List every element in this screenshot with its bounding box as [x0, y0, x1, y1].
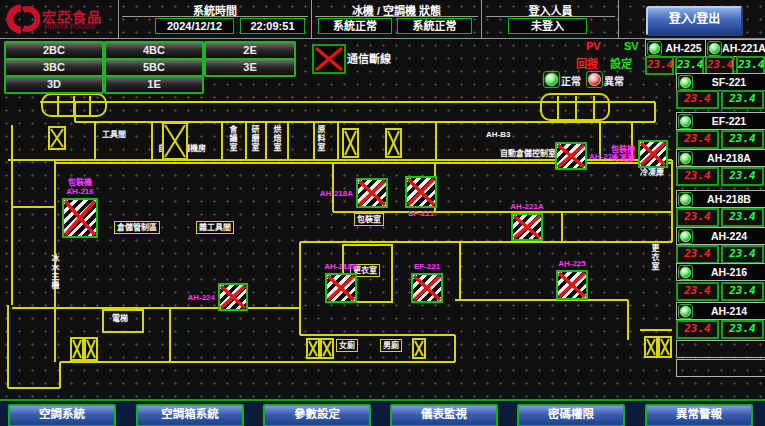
equipment-row-AH-218B[interactable]: AH-218B [676, 190, 765, 208]
plan-device-包裝機-AH-216[interactable] [62, 198, 98, 238]
stair-x-marker [48, 126, 66, 150]
system-time-value: 22:09:51 [240, 18, 305, 34]
footer-button-空調箱系統[interactable]: 空調箱系統 [136, 404, 244, 426]
room-label: 研磨室 [250, 125, 259, 152]
plan-device-包裝機-冷凍庫[interactable] [638, 140, 668, 168]
plan-device-label: AH-221A [503, 202, 551, 211]
status-led-icon [678, 75, 693, 90]
plan-device-AH-214[interactable] [555, 142, 587, 170]
chiller-ahu-status-label: 冰機 / 空調機 狀態 [315, 2, 478, 18]
header-bar: 宏亞食品 HUNYA FOODS 系統時間 2024/12/12 22:09:5… [0, 0, 765, 38]
plan-device-label: EF-221 [403, 262, 451, 271]
stair-x-marker [162, 122, 188, 160]
room-label: 工具間 [102, 130, 126, 139]
room-label: 冰水主機 [50, 254, 59, 290]
footer-button-空調系統[interactable]: 空調系統 [8, 404, 116, 426]
room-label: 冷凍庫 [640, 168, 664, 177]
sv-value: 23.4 [721, 282, 764, 301]
equipment-row-AH-224[interactable]: AH-224 [676, 227, 765, 245]
plan-device-label: AH-225 [548, 259, 596, 268]
status-led-icon [678, 192, 693, 207]
equipment-row-SF-221[interactable]: SF-221 [676, 73, 765, 91]
equipment-row-AH-218A[interactable]: AH-218A [676, 149, 765, 167]
equipment-name: EF-221 [693, 115, 765, 127]
chiller-status-value: 系統正常 [318, 18, 392, 34]
comm-loss-label: 通信斷線 [347, 50, 391, 66]
abnormal-label: 異常 [604, 73, 624, 88]
login-logout-button[interactable]: 登入/登出 [646, 6, 743, 36]
plan-device-label: 包裝機AH-216 [54, 178, 106, 196]
brand-name-en: HUNYA FOODS [44, 23, 95, 30]
pv-value: 23.4 [676, 282, 719, 301]
equipment-row-AH-221A[interactable]: AH-221A [705, 39, 765, 57]
equipment-name: AH-216 [693, 266, 765, 278]
login-user-value: 未登入 [508, 18, 587, 34]
pv-cn-header: 回授 [576, 55, 598, 71]
plan-device-AH-224[interactable] [218, 283, 248, 311]
pv-value: 23.4 [676, 167, 719, 186]
equipment-name: AH-218A [693, 152, 765, 164]
plan-device-label: AH-224 [168, 293, 215, 302]
room-label: 雜工具間 [196, 221, 234, 234]
normal-led [543, 71, 560, 88]
divider [118, 0, 119, 38]
status-led-icon [678, 114, 693, 129]
system-date-value: 2024/12/12 [155, 18, 234, 34]
room-label: 電梯 [112, 314, 128, 323]
divider [618, 0, 619, 38]
stair-x-marker [658, 336, 672, 358]
login-user-label: 登入人員 [486, 2, 615, 18]
divider [311, 0, 312, 38]
sv-cn-header: 設定 [610, 55, 632, 71]
plan-device-AH-225[interactable] [556, 270, 588, 300]
pv-value: 23.4 [676, 245, 719, 264]
equipment-name: AH-218B [693, 193, 765, 205]
plan-device-SF-221[interactable] [405, 176, 437, 208]
divider [481, 0, 482, 38]
empty-equipment-slot [676, 359, 765, 377]
room-label: 更衣室 [650, 244, 659, 271]
equipment-name: SF-221 [693, 76, 765, 88]
room-label: 包裝室 [354, 213, 384, 226]
equipment-row-EF-221[interactable]: EF-221 [676, 112, 765, 130]
plan-device-EF-221[interactable] [411, 273, 443, 303]
pv-value: 23.4 [645, 56, 674, 75]
comm-loss-icon [312, 44, 346, 74]
sv-header: SV [624, 40, 639, 52]
plan-device-label: SF-221 [397, 209, 445, 218]
company-logo: 宏亞食品 HUNYA FOODS [4, 2, 116, 36]
pv-value: 23.4 [676, 130, 719, 149]
floor-button-3D[interactable]: 3D [4, 75, 104, 94]
room-label: 原料室 [316, 125, 325, 152]
status-led-icon [647, 41, 662, 56]
footer-button-異常警報[interactable]: 異常警報 [645, 404, 753, 426]
footer-button-密碼權限[interactable]: 密碼權限 [517, 404, 625, 426]
pv-header: PV [586, 40, 601, 52]
floor-plan: 工具間自動倉儲機房會議室研磨室烘焙室原料室AH-B3自動倉儲控制室冷凍庫倉儲管制… [0, 92, 765, 400]
floor-button-1E[interactable]: 1E [104, 75, 204, 94]
plan-device-label: AH-218A [306, 189, 353, 198]
red-x-icon [314, 46, 344, 72]
pv-value: 23.4 [676, 208, 719, 227]
plan-device-AH-218B[interactable] [325, 273, 357, 303]
equipment-row-AH-225[interactable]: AH-225 [645, 39, 706, 57]
footer-button-參數設定[interactable]: 參數設定 [263, 404, 371, 426]
sv-value: 23.4 [721, 90, 764, 109]
plan-device-label: AH-218B [317, 262, 365, 271]
room-label: 男廁 [380, 339, 402, 352]
plan-device-AH-221A[interactable] [511, 213, 543, 241]
footer-button-儀表監視[interactable]: 儀表監視 [390, 404, 498, 426]
equipment-row-AH-216[interactable]: AH-216 [676, 263, 765, 281]
plan-device-AH-218A[interactable] [356, 178, 388, 208]
sv-value: 23.4 [721, 130, 764, 149]
equipment-row-AH-214[interactable]: AH-214 [676, 302, 765, 320]
status-led-icon [678, 229, 693, 244]
room-label: 女廁 [336, 339, 358, 352]
stair-x-marker [644, 336, 658, 358]
floor-button-3E[interactable]: 3E [204, 58, 296, 77]
plan-device-label: 包裝機冷凍庫 [588, 145, 635, 163]
stair-x-marker [70, 337, 84, 361]
status-led-icon [707, 41, 722, 56]
status-led-icon [678, 151, 693, 166]
stair-x-marker [320, 338, 334, 359]
